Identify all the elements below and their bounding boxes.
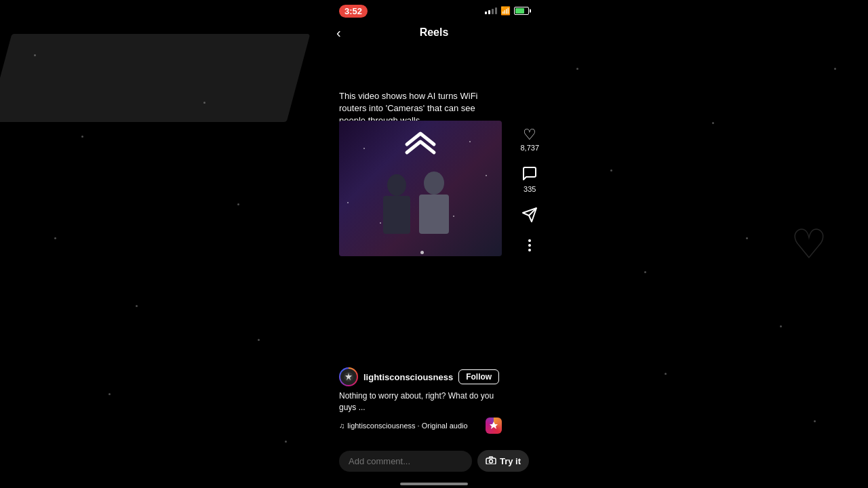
signal-bar-3 [492,9,494,14]
back-button[interactable]: ‹ [336,25,341,41]
share-button[interactable] [521,207,538,226]
follow-button[interactable]: Follow [458,369,499,384]
like-button[interactable]: ♡ 8,737 [520,127,539,152]
try-it-label: Try it [500,456,521,466]
signal-bars [485,7,497,14]
like-count: 8,737 [520,144,539,152]
heart-icon: ♡ [523,127,536,142]
signal-bar-1 [485,12,487,14]
action-buttons: ♡ 8,737 335 [520,127,539,251]
svg-point-0 [387,174,406,196]
wifi-icon: 📶 [500,6,511,16]
battery-fill [515,8,524,14]
audio-row: ♫ lightisconsciousness · Original audio [339,418,502,434]
video-area[interactable]: This video shows how AI turns WiFi route… [326,46,542,488]
svg-rect-1 [383,196,410,234]
more-options-button[interactable] [528,239,531,251]
camera-icon [486,455,496,466]
comment-icon [521,165,538,184]
nav-title: Reels [420,26,449,39]
signal-bar-4 [495,7,497,14]
audio-info[interactable]: ♫ lightisconsciousness · Original audio [339,422,468,430]
people-silhouette [339,166,502,234]
comment-input[interactable] [339,451,472,472]
battery-icon [514,7,529,15]
background-heart-icon: ♡ [791,220,827,268]
background-left-shape [0,34,310,122]
signal-bar-2 [488,10,490,14]
avatar-inner [340,369,357,385]
status-bar: 3:52 📶 [326,0,542,19]
home-indicator [400,483,468,485]
status-time: 3:52 [339,5,368,18]
svg-point-2 [424,171,444,195]
audio-label: lightisconsciousness · Original audio [347,422,467,430]
comment-bar: Try it [339,447,529,474]
video-thumbnail[interactable] [339,121,502,256]
ai-badge-icon[interactable] [486,418,502,434]
top-nav: ‹ Reels [326,19,542,46]
double-chevron-logo [400,131,441,161]
comment-count: 335 [524,185,536,193]
user-info: lightisconsciousness Follow Nothing to w… [339,367,502,434]
avatar[interactable] [339,367,358,386]
try-it-button[interactable]: Try it [477,450,529,472]
comment-button[interactable]: 335 [521,165,538,193]
phone-container: 3:52 📶 ‹ Reels This video shows how AI t… [326,0,542,488]
video-progress-dot [420,251,424,254]
music-note-icon: ♫ [339,422,344,430]
svg-point-8 [490,460,493,463]
post-caption: Nothing to worry about, right? What do y… [339,390,502,413]
user-row: lightisconsciousness Follow [339,367,502,386]
status-icons: 📶 [485,6,529,16]
send-icon [521,207,538,226]
username[interactable]: lightisconsciousness [363,372,453,382]
svg-rect-3 [419,195,449,234]
